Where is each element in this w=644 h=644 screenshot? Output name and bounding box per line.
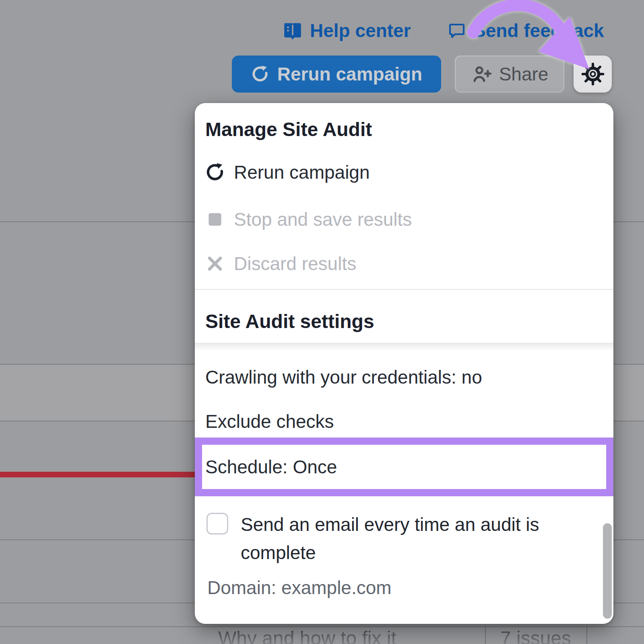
refresh-icon — [251, 65, 269, 83]
book-icon — [282, 20, 303, 41]
menu-item-label: Exclude checks — [205, 411, 334, 432]
menu-item-schedule-highlighted[interactable]: Schedule: Once — [195, 438, 613, 496]
menu-item-label: Discard results — [234, 253, 356, 275]
manage-site-audit-heading: Manage Site Audit — [205, 119, 603, 140]
gear-icon — [580, 61, 606, 87]
send-feedback-label: Send feedback — [473, 20, 604, 41]
scroll-shadow — [195, 344, 613, 351]
chat-icon — [447, 21, 467, 40]
person-plus-icon — [471, 63, 493, 85]
bg-column-divider — [586, 626, 587, 644]
menu-divider — [195, 289, 613, 290]
menu-item-exclude-checks[interactable]: Exclude checks — [205, 409, 603, 434]
bg-red-progress-line — [0, 472, 196, 477]
menu-item-rerun-campaign[interactable]: Rerun campaign — [205, 159, 603, 185]
menu-item-stop-and-save: Stop and save results — [205, 206, 603, 232]
x-icon — [205, 254, 225, 274]
dropdown-scrollbar-thumb[interactable] — [603, 523, 612, 619]
share-label: Share — [499, 63, 549, 85]
refresh-icon — [205, 162, 225, 182]
help-center-link[interactable]: Help center — [282, 19, 411, 43]
email-audit-checkbox[interactable] — [206, 513, 228, 535]
share-button[interactable]: Share — [455, 56, 564, 93]
menu-item-label: Crawling with your credentials: no — [205, 366, 482, 388]
rerun-campaign-button[interactable]: Rerun campaign — [232, 56, 441, 93]
bg-table-header-why: Why and how to fix it — [218, 627, 396, 644]
domain-label: Domain: example.com — [207, 576, 392, 599]
site-audit-settings-heading: Site Audit settings — [205, 311, 603, 332]
menu-item-crawling-credentials[interactable]: Crawling with your credentials: no — [205, 364, 603, 390]
settings-gear-button[interactable] — [574, 56, 612, 93]
email-audit-checkbox-label[interactable]: Send an email every time an audit is com… — [241, 510, 595, 567]
stop-icon — [205, 209, 225, 229]
site-audit-settings-dropdown: Manage Site Audit Rerun campaign Stop an… — [195, 103, 613, 624]
send-feedback-link[interactable]: Send feedback — [447, 19, 604, 43]
help-center-label: Help center — [310, 20, 411, 41]
bg-table-header-issues: 7 issues — [485, 627, 586, 644]
menu-item-label: Rerun campaign — [234, 161, 370, 183]
rerun-campaign-label: Rerun campaign — [277, 63, 422, 85]
menu-item-label: Stop and save results — [234, 208, 412, 230]
schedule-label: Schedule: Once — [205, 456, 337, 478]
menu-item-discard-results: Discard results — [205, 251, 603, 277]
site-audit-screen: Why and how to fix it 7 issues Help cent… — [0, 0, 644, 644]
